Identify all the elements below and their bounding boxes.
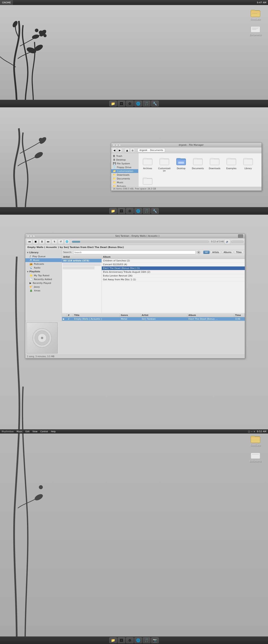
- filter-artists-btn[interactable]: Artists: [210, 251, 221, 254]
- volume-icon[interactable]: 🔊: [225, 239, 230, 244]
- volume-slider[interactable]: [231, 241, 244, 243]
- file-item-library[interactable]: Library: [241, 155, 256, 173]
- desktop-icon-geeklabs-3[interactable]: GeekLabs: [247, 434, 264, 446]
- taskbar-music-btn-1[interactable]: 🎵: [143, 100, 150, 106]
- rhythmbox-max-btn[interactable]: [33, 235, 35, 237]
- taskbar-files-btn-3[interactable]: 📁: [109, 637, 117, 643]
- file-item-music[interactable]: Music: [140, 174, 155, 187]
- window-close-btn[interactable]: [113, 144, 115, 146]
- rb-sidebar-recently-added[interactable]: 🕐 Recently Added: [25, 277, 62, 281]
- breadcrumb-drgeek[interactable]: drgeek: [139, 149, 148, 152]
- back-btn[interactable]: ◀: [112, 148, 117, 152]
- shuffle-btn[interactable]: ↯: [52, 239, 57, 244]
- sidebar-item-pictures[interactable]: 📁 Pictures: [111, 184, 138, 187]
- file-item-archives[interactable]: Archives: [140, 155, 155, 173]
- rb-sidebar-play-queue[interactable]: ♪ Play Queue: [25, 254, 62, 258]
- sidebar-item-filesystem[interactable]: 💾 File System: [111, 162, 138, 166]
- rb-album-4[interactable]: Evita London Revival (26): [102, 274, 245, 278]
- rhythmbox-menu-edit[interactable]: Edit: [24, 430, 31, 433]
- file-item-downloads[interactable]: Downloads: [207, 155, 222, 173]
- th-title[interactable]: Title: [73, 314, 120, 317]
- gnome-menu-item[interactable]: GNOME: [0, 0, 13, 5]
- rb-sidebar-radio[interactable]: 📡 Radio: [25, 266, 62, 270]
- th-album[interactable]: Album: [188, 314, 234, 317]
- th-artist[interactable]: Artist: [141, 314, 188, 317]
- filter-titles-btn[interactable]: Titles: [234, 251, 244, 254]
- prev-btn[interactable]: ⏮: [26, 239, 32, 244]
- taskbar-tools-btn-1[interactable]: 🔧: [151, 100, 159, 106]
- track-row-0[interactable]: ▶ 2 Empty Walls ( Acoustic ) Metal Serj …: [62, 317, 245, 321]
- taskbar-files-btn-1[interactable]: 📁: [109, 100, 117, 106]
- repeat-btn[interactable]: ↺: [58, 239, 63, 244]
- internet-btn[interactable]: 🌐: [64, 239, 70, 244]
- rb-artist-all[interactable]: All 119 artists (373): [62, 259, 102, 263]
- file-item-desktop[interactable]: Desktop: [174, 155, 189, 173]
- rb-artist-1[interactable]: [63, 263, 101, 266]
- rhythmbox-close-x[interactable]: [238, 234, 243, 238]
- th-num[interactable]: #: [67, 314, 73, 317]
- breadcrumb-documents[interactable]: Documents: [150, 149, 164, 152]
- taskbar-pictures-btn-3[interactable]: 🖼: [118, 637, 125, 643]
- up-btn[interactable]: ▲: [125, 148, 129, 152]
- rb-album-5[interactable]: Get Away from Me Disc 1 (1): [102, 278, 245, 282]
- sidebar-item-downloads[interactable]: 📁 Downloads: [111, 173, 138, 177]
- desktop-icon-geeklabs-1[interactable]: GeekLabs: [247, 8, 264, 20]
- taskbar-browser-btn-3[interactable]: ⚙: [126, 637, 134, 643]
- rb-sidebar-recently-played[interactable]: ▶ Recently Played: [25, 281, 62, 285]
- file-item-documents[interactable]: Documents: [190, 155, 205, 173]
- forward-btn[interactable]: ▶: [117, 148, 122, 152]
- taskbar-settings-btn-1[interactable]: 🌐: [134, 100, 142, 106]
- rhythmbox-min-btn[interactable]: [30, 235, 32, 237]
- playlists-section-header[interactable]: ▼ Playlists: [25, 270, 62, 274]
- taskbar-browser-btn-1[interactable]: ⚙: [126, 100, 134, 106]
- rb-album-0[interactable]: Children of Sanchez (2): [102, 259, 245, 263]
- rb-artist-2[interactable]: [63, 266, 94, 270]
- sidebar-item-documents[interactable]: 📁 Documents: [111, 177, 138, 180]
- rhythmbox-menu-control[interactable]: Control: [39, 430, 49, 433]
- taskbar-music-btn-3[interactable]: 🎵: [143, 637, 150, 643]
- taskbar-pictures-btn-2[interactable]: 🖼: [118, 208, 125, 214]
- rb-sidebar-podcasts[interactable]: 📻 Podcasts: [25, 262, 62, 266]
- window-min-btn[interactable]: [116, 144, 118, 146]
- rhythmbox-menu-music[interactable]: Music: [15, 430, 24, 433]
- rhythmbox-close-btn[interactable]: [27, 235, 29, 237]
- taskbar-pictures-btn-1[interactable]: 🖼: [118, 100, 125, 106]
- filter-albums-btn[interactable]: Albums: [222, 251, 233, 254]
- sidebar-item-desktop[interactable]: 🖥 Desktop: [111, 158, 138, 162]
- rhythmbox-menu-help[interactable]: Help: [50, 430, 57, 433]
- filter-all-btn[interactable]: All: [203, 251, 210, 254]
- pause-btn[interactable]: ⏸: [39, 239, 45, 244]
- rb-album-2[interactable]: Elect The Dead (Bonus Disc) (1): [102, 266, 245, 270]
- next-btn[interactable]: ⏭: [45, 239, 51, 244]
- search-clear-btn[interactable]: ✕: [197, 251, 200, 254]
- desktop-icon-documents-3[interactable]: Documents: [247, 450, 264, 462]
- sidebar-item-customization[interactable]: 📁 Customization: [111, 169, 138, 173]
- taskbar-music-btn-2[interactable]: 🎵: [143, 208, 150, 214]
- file-item-examples[interactable]: Examples: [224, 155, 239, 173]
- sidebar-item-trash[interactable]: 🗑 Trash: [111, 154, 138, 158]
- file-item-customization[interactable]: Customization: [157, 155, 172, 173]
- stop-btn[interactable]: ⏹: [33, 239, 38, 244]
- rb-album-1[interactable]: Concert 02/20/03 (4): [102, 263, 245, 266]
- sidebar-item-music[interactable]: 📁 Music: [111, 180, 138, 184]
- rb-sidebar-top-rated[interactable]: ⭐ My Top Rated: [25, 274, 62, 277]
- taskbar-browser-btn-2[interactable]: ⚙: [126, 208, 134, 214]
- search-input[interactable]: [73, 250, 196, 254]
- library-section-header[interactable]: ▼ Library: [25, 250, 62, 254]
- taskbar-camera-btn-3[interactable]: 📷: [151, 637, 159, 643]
- taskbar-tools-btn-2[interactable]: 🔧: [151, 208, 159, 214]
- window-max-btn[interactable]: [119, 144, 121, 146]
- desktop-icon-documents-1[interactable]: Documents: [247, 23, 264, 36]
- taskbar-files-btn-2[interactable]: 📁: [109, 208, 117, 214]
- taskbar-settings-btn-2[interactable]: 🌐: [134, 208, 142, 214]
- th-time[interactable]: Time: [234, 314, 245, 317]
- th-genre[interactable]: Genre: [120, 314, 141, 317]
- rhythmbox-menu-view[interactable]: View: [31, 430, 39, 433]
- taskbar-settings-btn-3[interactable]: 🌐: [134, 637, 142, 643]
- progress-bar[interactable]: [72, 241, 209, 243]
- home-btn[interactable]: ⌂: [130, 148, 135, 152]
- rb-sidebar-xmas[interactable]: 🎄 Xmas: [25, 289, 62, 292]
- sidebar-item-floppy[interactable]: 💿 Floppy Drive: [111, 166, 138, 169]
- rb-sidebar-jazzy[interactable]: 🎷 Jazzy: [25, 285, 62, 289]
- rb-album-3[interactable]: Elvis Anniversary Tribute August 16th (2…: [102, 270, 245, 274]
